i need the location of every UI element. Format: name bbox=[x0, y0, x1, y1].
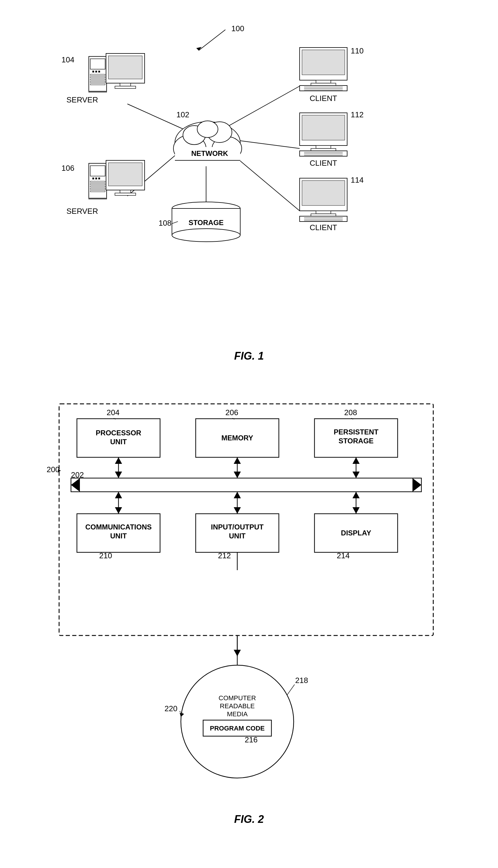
svg-text:UNIT: UNIT bbox=[229, 532, 246, 540]
svg-text:UNIT: UNIT bbox=[110, 438, 127, 446]
svg-marker-118 bbox=[353, 457, 359, 464]
svg-rect-60 bbox=[302, 50, 345, 75]
svg-text:COMPUTER: COMPUTER bbox=[219, 694, 256, 702]
svg-rect-48 bbox=[108, 163, 142, 186]
svg-rect-39 bbox=[95, 177, 97, 179]
svg-text:CLIENT: CLIENT bbox=[310, 94, 337, 103]
svg-marker-122 bbox=[115, 507, 122, 514]
svg-rect-61 bbox=[316, 80, 331, 83]
svg-rect-72 bbox=[311, 148, 336, 151]
svg-rect-32 bbox=[120, 83, 131, 86]
svg-text:STORAGE: STORAGE bbox=[338, 437, 373, 445]
svg-text:100: 100 bbox=[231, 24, 244, 33]
svg-text:CLIENT: CLIENT bbox=[310, 223, 337, 232]
svg-rect-21 bbox=[92, 71, 94, 73]
svg-text:CLIENT: CLIENT bbox=[310, 159, 337, 168]
svg-text:202: 202 bbox=[71, 470, 84, 479]
svg-rect-80 bbox=[302, 181, 345, 206]
fig2-svg: 200 PROCESSOR UNIT 204 MEMORY 206 PERSIS… bbox=[41, 386, 457, 819]
svg-text:DISPLAY: DISPLAY bbox=[341, 529, 371, 537]
svg-rect-31 bbox=[108, 56, 142, 79]
fig1-svg: 100 NETWORK 102 bbox=[41, 12, 457, 362]
svg-rect-107 bbox=[71, 478, 421, 492]
svg-rect-40 bbox=[98, 177, 100, 179]
svg-marker-119 bbox=[353, 472, 359, 478]
svg-rect-38 bbox=[92, 177, 94, 179]
svg-marker-124 bbox=[234, 492, 241, 498]
svg-marker-128 bbox=[353, 507, 359, 514]
svg-text:210: 210 bbox=[99, 551, 112, 560]
svg-marker-125 bbox=[234, 507, 241, 514]
svg-text:216: 216 bbox=[245, 735, 258, 744]
svg-text:104: 104 bbox=[62, 55, 74, 64]
svg-text:102: 102 bbox=[176, 110, 189, 119]
svg-rect-29 bbox=[89, 91, 107, 92]
svg-rect-62 bbox=[311, 83, 336, 86]
svg-marker-116 bbox=[234, 472, 241, 478]
svg-rect-23 bbox=[98, 71, 100, 73]
svg-text:208: 208 bbox=[344, 408, 357, 417]
svg-text:206: 206 bbox=[225, 408, 238, 417]
svg-rect-46 bbox=[89, 198, 107, 199]
svg-text:UNIT: UNIT bbox=[110, 532, 127, 540]
svg-rect-81 bbox=[316, 211, 331, 214]
svg-text:200: 200 bbox=[47, 465, 60, 474]
svg-text:204: 204 bbox=[107, 408, 119, 417]
svg-text:MEDIA: MEDIA bbox=[227, 710, 248, 718]
svg-text:PROCESSOR: PROCESSOR bbox=[96, 429, 141, 437]
svg-text:106: 106 bbox=[62, 163, 74, 172]
svg-rect-22 bbox=[95, 71, 97, 73]
svg-line-5 bbox=[225, 86, 300, 128]
svg-text:PROGRAM CODE: PROGRAM CODE bbox=[210, 725, 265, 732]
svg-text:COMMUNICATIONS: COMMUNICATIONS bbox=[85, 523, 152, 531]
svg-text:SERVER: SERVER bbox=[66, 95, 98, 104]
svg-marker-127 bbox=[353, 492, 359, 498]
svg-marker-113 bbox=[115, 472, 122, 478]
svg-text:SERVER: SERVER bbox=[66, 207, 98, 215]
svg-text:108: 108 bbox=[159, 219, 171, 227]
svg-rect-49 bbox=[120, 190, 131, 193]
fig1-diagram: 100 NETWORK 102 bbox=[41, 12, 457, 368]
svg-marker-112 bbox=[115, 457, 122, 464]
svg-text:114: 114 bbox=[351, 175, 364, 184]
svg-text:MEMORY: MEMORY bbox=[221, 434, 253, 442]
svg-text:218: 218 bbox=[295, 676, 308, 685]
svg-text:212: 212 bbox=[218, 551, 231, 560]
svg-text:110: 110 bbox=[351, 46, 364, 55]
svg-text:INPUT/OUTPUT: INPUT/OUTPUT bbox=[211, 523, 264, 531]
svg-rect-70 bbox=[302, 115, 345, 140]
svg-text:PERSISTENT: PERSISTENT bbox=[333, 428, 378, 436]
svg-marker-121 bbox=[115, 492, 122, 498]
svg-rect-82 bbox=[311, 214, 336, 216]
svg-marker-115 bbox=[234, 457, 241, 464]
svg-rect-50 bbox=[115, 193, 136, 195]
svg-text:220: 220 bbox=[165, 704, 177, 713]
svg-rect-33 bbox=[115, 86, 136, 89]
svg-line-152 bbox=[287, 684, 294, 695]
svg-line-0 bbox=[199, 30, 225, 51]
svg-point-16 bbox=[197, 121, 218, 137]
fig2-title: FIG. 2 bbox=[41, 813, 457, 826]
svg-text:STORAGE: STORAGE bbox=[188, 219, 223, 227]
fig2-diagram: 200 PROCESSOR UNIT 204 MEMORY 206 PERSIS… bbox=[41, 386, 457, 831]
svg-rect-71 bbox=[316, 145, 331, 148]
svg-point-55 bbox=[172, 229, 240, 242]
fig1-title: FIG. 1 bbox=[41, 350, 457, 362]
svg-text:112: 112 bbox=[351, 110, 364, 119]
svg-text:214: 214 bbox=[337, 551, 350, 560]
svg-text:READABLE: READABLE bbox=[220, 702, 254, 710]
svg-text:NETWORK: NETWORK bbox=[191, 149, 228, 157]
